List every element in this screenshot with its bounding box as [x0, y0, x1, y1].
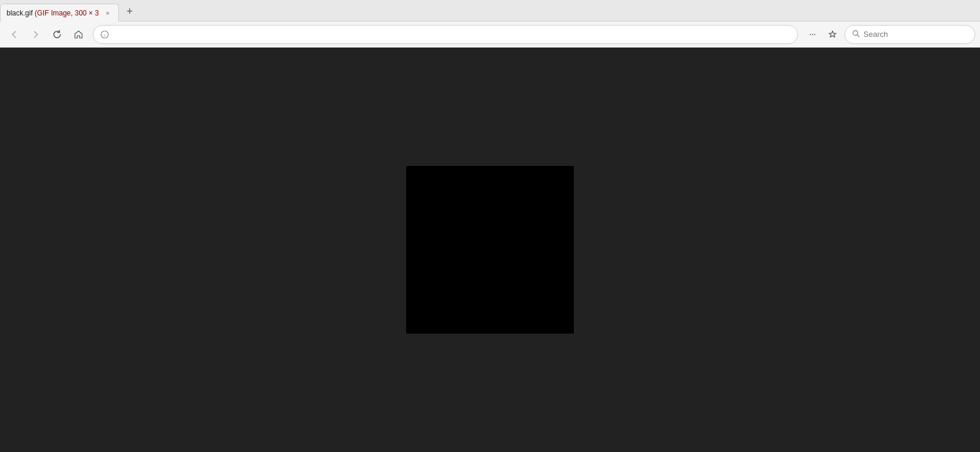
address-input[interactable]: file:///tmp/black.gif: [112, 30, 790, 39]
search-icon: [852, 30, 860, 39]
home-icon: [74, 30, 83, 39]
tab-close-button[interactable]: ×: [103, 8, 112, 18]
active-tab[interactable]: black.gif (GIF Image, 300 × 3 ×: [0, 4, 119, 21]
new-tab-button[interactable]: +: [121, 3, 138, 20]
reload-button[interactable]: [48, 25, 67, 44]
nav-actions: ···: [803, 25, 842, 44]
star-icon: [828, 30, 837, 39]
bookmark-button[interactable]: [823, 25, 842, 44]
forward-button[interactable]: [26, 25, 45, 44]
tab-meta: (GIF Image, 300 × 3: [33, 9, 99, 17]
search-bar[interactable]: [844, 25, 975, 44]
reload-icon: [52, 30, 62, 39]
more-button[interactable]: ···: [803, 25, 822, 44]
forward-icon: [31, 30, 40, 39]
svg-text:i: i: [104, 33, 105, 38]
tab-title: black.gif (GIF Image, 300 × 3: [7, 9, 99, 17]
nav-bar: i file:///tmp/black.gif ···: [0, 21, 980, 48]
address-bar[interactable]: i file:///tmp/black.gif: [93, 25, 798, 44]
info-icon: i: [100, 30, 109, 39]
back-icon: [10, 30, 19, 39]
back-button[interactable]: [5, 25, 24, 44]
main-content: [0, 48, 980, 452]
gif-image: [406, 166, 574, 334]
tab-bar: black.gif (GIF Image, 300 × 3 × +: [0, 0, 980, 21]
more-icon: ···: [809, 29, 815, 40]
tab-filename: black.gif: [7, 9, 33, 17]
search-input[interactable]: [863, 30, 968, 39]
svg-line-3: [857, 34, 860, 37]
home-button[interactable]: [69, 25, 88, 44]
